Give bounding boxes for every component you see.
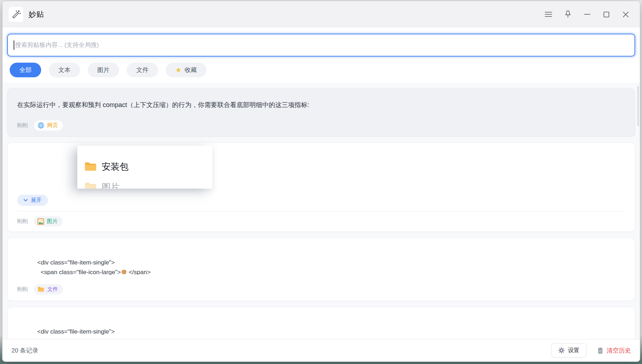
clipboard-item-text[interactable]: 在实际运行中，要观察和预判 compact（上下文压缩）的行为，你需要联合看底部… (7, 88, 635, 137)
clipboard-list: 在实际运行中，要观察和预判 compact（上下文压缩）的行为，你需要联合看底部… (3, 83, 640, 339)
tag-image: 图片 (34, 216, 63, 227)
preview-folder-row: 安装包 (84, 161, 213, 173)
code-line: <div class="file-item-single"> (37, 327, 625, 336)
maximize-icon[interactable] (602, 10, 611, 19)
chevron-down-icon (24, 199, 28, 202)
tag-web: 网页 (34, 120, 63, 131)
item-time: 刚刚 (17, 218, 28, 225)
search-input[interactable] (7, 34, 635, 57)
globe-icon (38, 122, 44, 129)
picture-icon (38, 218, 44, 225)
tab-favorites[interactable]: ★ 收藏 (166, 63, 206, 77)
record-count: 20 条记录 (11, 346, 38, 355)
star-icon: ★ (175, 67, 181, 73)
package-icon (121, 269, 127, 275)
tag-file: 文件 (34, 284, 63, 295)
close-icon[interactable] (621, 10, 631, 19)
code-line: <div class="file-item-single"> (37, 258, 625, 267)
minimize-icon[interactable] (582, 10, 592, 19)
item-meta: 刚刚 文件 (17, 284, 625, 295)
folder-icon (84, 162, 97, 172)
settings-button[interactable]: 设置 (551, 343, 587, 358)
footer-actions: 设置 清空历史 (551, 343, 631, 358)
image-preview: 安装包 图片 (77, 146, 213, 189)
item-content: 在实际运行中，要观察和预判 compact（上下文压缩）的行为，你需要联合看底部… (17, 101, 625, 110)
window-controls (544, 10, 631, 19)
tab-file[interactable]: 文件 (127, 63, 158, 77)
toolbar: 全部 文本 图片 文件 ★ 收藏 (3, 28, 640, 83)
titlebar: 妙贴 (3, 1, 640, 28)
clipboard-item-image[interactable]: 安装包 图片 展开 刚刚 (7, 142, 635, 232)
folder-icon (38, 287, 44, 292)
menu-icon[interactable] (544, 10, 553, 19)
trash-icon (597, 347, 603, 354)
clear-history-button[interactable]: 清空历史 (597, 346, 631, 355)
magic-wand-icon (11, 10, 21, 19)
filter-tabs: 全部 文本 图片 文件 ★ 收藏 (7, 63, 635, 77)
item-meta: 刚刚 网页 (17, 120, 625, 131)
app-logo (9, 7, 23, 22)
footer: 20 条记录 (3, 339, 640, 361)
app-window: 妙贴 (2, 1, 640, 362)
search-wrap (7, 34, 635, 57)
pin-icon[interactable] (563, 10, 573, 19)
scrollbar-thumb[interactable] (637, 86, 639, 126)
preview-folder-row: 图片 (84, 181, 213, 189)
gear-icon (558, 347, 565, 354)
code-preview: <div class="file-item-single"> (37, 327, 625, 337)
tab-image[interactable]: 图片 (88, 63, 119, 77)
code-preview: <div class="file-item-single"> <span cla… (37, 258, 625, 275)
folder-icon (84, 182, 97, 189)
text-caret (14, 40, 14, 50)
item-time: 刚刚 (17, 122, 28, 129)
clipboard-item-file[interactable]: <div class="file-item-single"> (7, 307, 635, 339)
item-meta: 刚刚 图片 (17, 216, 625, 227)
item-time: 刚刚 (17, 286, 28, 293)
clipboard-item-file[interactable]: <div class="file-item-single"> <span cla… (7, 238, 635, 301)
code-line: <span class="file-icon-large"> </span> (37, 267, 625, 275)
tab-text[interactable]: 文本 (49, 63, 80, 77)
expand-button[interactable]: 展开 (17, 195, 48, 206)
divider (17, 211, 625, 212)
app-title: 妙贴 (29, 9, 44, 19)
tab-all[interactable]: 全部 (10, 63, 41, 77)
